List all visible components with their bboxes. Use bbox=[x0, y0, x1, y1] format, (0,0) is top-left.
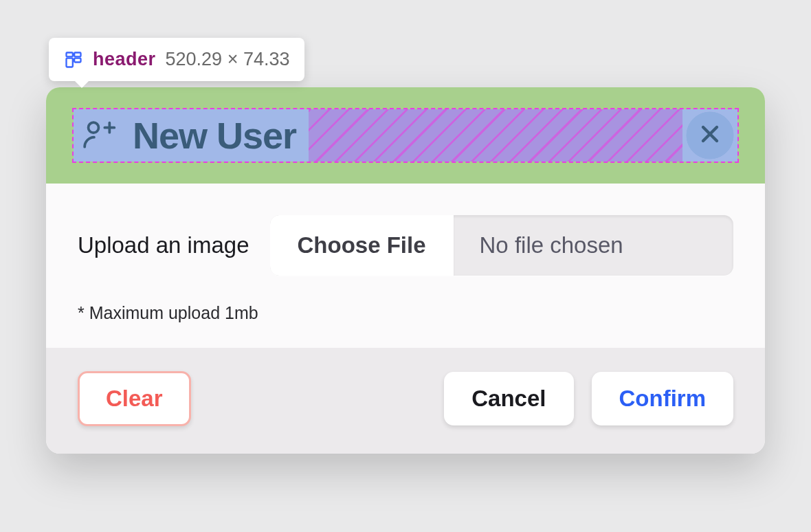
upload-label: Upload an image bbox=[78, 232, 249, 258]
file-status: No file chosen bbox=[454, 215, 733, 276]
devtools-tooltip: header 520.29 × 74.33 bbox=[49, 38, 304, 81]
layout-grid-icon bbox=[64, 50, 83, 69]
header-inspect-highlight: New User bbox=[72, 108, 739, 163]
header-flex-gap bbox=[309, 109, 682, 162]
svg-rect-0 bbox=[67, 52, 73, 56]
close-icon bbox=[696, 120, 724, 151]
svg-rect-3 bbox=[74, 58, 80, 62]
upload-hint: * Maximum upload 1mb bbox=[78, 303, 733, 323]
dialog-header: New User bbox=[46, 87, 765, 184]
dialog-body: Upload an image Choose File No file chos… bbox=[46, 184, 765, 348]
dialog-title: New User bbox=[133, 114, 296, 157]
close-button[interactable] bbox=[682, 109, 737, 162]
file-picker: Choose File No file chosen bbox=[270, 215, 734, 276]
svg-rect-1 bbox=[74, 52, 80, 56]
choose-file-button[interactable]: Choose File bbox=[270, 215, 454, 276]
add-user-icon bbox=[79, 115, 118, 156]
dialog-footer: Clear Cancel Confirm bbox=[46, 348, 765, 454]
confirm-button[interactable]: Confirm bbox=[592, 372, 734, 425]
tooltip-dimensions: 520.29 × 74.33 bbox=[166, 49, 290, 70]
upload-row: Upload an image Choose File No file chos… bbox=[78, 215, 733, 276]
new-user-dialog: New User Upload an image Choose File No … bbox=[46, 87, 765, 454]
clear-button[interactable]: Clear bbox=[78, 371, 191, 426]
svg-point-4 bbox=[89, 122, 99, 133]
tooltip-tag: header bbox=[93, 49, 156, 70]
header-title-group: New User bbox=[74, 109, 309, 162]
svg-rect-2 bbox=[67, 58, 73, 67]
cancel-button[interactable]: Cancel bbox=[444, 372, 573, 425]
